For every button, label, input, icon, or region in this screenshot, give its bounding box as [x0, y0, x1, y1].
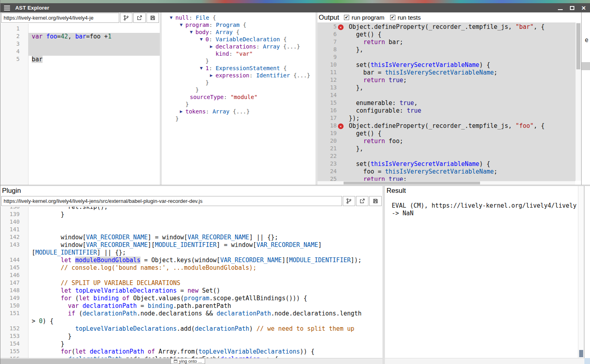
- line-number: 148: [0, 287, 20, 295]
- code-line: 10 set(thisIsVererySecretVariableName) {: [317, 61, 575, 69]
- line-number: 8: [317, 46, 337, 54]
- ast-node[interactable]: kind: "var": [162, 50, 315, 57]
- code-token: :: [256, 43, 263, 50]
- ast-node[interactable]: }: [162, 57, 315, 65]
- chevron-right-icon[interactable]: ▶: [210, 44, 216, 49]
- save-button[interactable]: [146, 13, 159, 23]
- code-token: sourceType: [190, 94, 224, 100]
- scrollbar-thumb[interactable]: [344, 182, 480, 184]
- code-token: let: [75, 348, 86, 355]
- ast-node[interactable]: ▼1: ExpressionStatement {: [162, 65, 315, 72]
- source-editor[interactable]: 12var foo=42, bar=foo +1345bar: [0, 24, 160, 185]
- code-token: window[: [32, 241, 86, 249]
- error-icon[interactable]: ✕: [338, 123, 344, 129]
- code-token: .node.declarations &&: [137, 310, 217, 317]
- ast-node[interactable]: }: [162, 79, 315, 86]
- code-token: [32, 348, 61, 355]
- code-token: MODULE_IDENTIFIER: [289, 257, 351, 264]
- output-horizontal-scrollbar[interactable]: [317, 181, 575, 185]
- ast-tree[interactable]: ▼null: File {▼program: Program {▼body: A…: [162, 12, 315, 185]
- run-tests-checkbox[interactable]: ✔: [390, 15, 395, 20]
- ast-node[interactable]: ▶declarations: Array {...}: [162, 43, 315, 50]
- code-line: 23 set(thisIsVererySecretVariableName) {: [317, 160, 575, 168]
- code-token: "foo": [515, 122, 533, 129]
- close-button[interactable]: ✕: [579, 4, 588, 12]
- minimize-button[interactable]: [555, 4, 565, 12]
- version-button[interactable]: [343, 196, 355, 206]
- ast-node[interactable]: ▶expression: Identifier {...}: [162, 72, 315, 79]
- code-token: VariableDeclaration: [216, 36, 280, 42]
- code-line: 21 },: [317, 145, 575, 153]
- scrollbar-thumb[interactable]: [576, 23, 580, 69]
- line-number: 10: [317, 61, 337, 69]
- error-icon[interactable]: ✕: [338, 24, 344, 30]
- code-token: VAR_RECORDER_NAME: [86, 241, 148, 249]
- ast-node[interactable]: ▼body: Array {: [162, 28, 315, 36]
- ast-node[interactable]: }: [162, 101, 315, 108]
- line-number: 146: [0, 272, 20, 279]
- result-vertical-scrollbar[interactable]: [578, 186, 584, 358]
- output-vertical-scrollbar[interactable]: [575, 22, 581, 181]
- run-program-checkbox[interactable]: ✔: [344, 15, 349, 20]
- code-token: [86, 348, 90, 355]
- line-number: 18: [317, 122, 337, 130]
- code-token: binding: [94, 295, 119, 302]
- plugin-editor[interactable]: 138 ret.skip();139 }140141142 window[VAR…: [0, 207, 382, 358]
- badge-slot: ✕: [337, 23, 345, 31]
- ast-node[interactable]: }: [162, 86, 315, 93]
- code-line: 22: [317, 153, 575, 160]
- maximize-button[interactable]: [567, 4, 577, 12]
- ast-node[interactable]: ▼null: File {: [162, 14, 315, 21]
- plugin-url-input[interactable]: [1, 196, 342, 206]
- line-number: [0, 317, 20, 325]
- chevron-down-icon[interactable]: ▼: [180, 23, 185, 27]
- chevron-right-icon[interactable]: ▶: [210, 73, 216, 77]
- ast-node[interactable]: ▼program: Program {: [162, 21, 315, 28]
- code-line: 146: [0, 272, 382, 279]
- result-pane: Result EVAL (CM), https://lively-kernel.…: [385, 186, 584, 358]
- scrollbar-thumb[interactable]: [579, 350, 583, 357]
- ast-node[interactable]: }: [162, 115, 315, 122]
- code-token: enumerable:: [349, 99, 399, 107]
- code-token: return: [363, 138, 385, 145]
- ast-node[interactable]: ▶tokens: Array {...}: [162, 108, 315, 115]
- code-token: [: [32, 249, 35, 256]
- chevron-right-icon[interactable]: ▶: [180, 109, 185, 113]
- code-line: 4: [0, 48, 160, 56]
- source-url-input[interactable]: [1, 13, 119, 23]
- code-line: 142 window[VAR_RECORDER_NAME] = window[V…: [0, 234, 382, 241]
- line-number: 7: [317, 38, 337, 46]
- hamburger-menu-icon[interactable]: [4, 6, 10, 10]
- code-token: get() {: [349, 31, 381, 38]
- chevron-down-icon[interactable]: ▼: [190, 30, 195, 34]
- chevron-down-icon[interactable]: ▼: [200, 66, 205, 70]
- code-token: expression: [216, 72, 249, 79]
- code-token: bar =: [349, 69, 385, 76]
- line-number: 24: [317, 168, 337, 176]
- code-token: ]);: [351, 257, 362, 264]
- code-token: = Object.keys(window[: [140, 257, 220, 264]
- code-token: topLevelVariableDeclarations: [75, 325, 177, 332]
- line-number: 6: [317, 31, 337, 38]
- version-button[interactable]: [120, 13, 132, 23]
- code-token: ][: [282, 257, 289, 264]
- open-external-button[interactable]: [356, 196, 368, 206]
- ast-node[interactable]: sourceType: "module": [162, 93, 315, 101]
- result-content: EVAL (CM), https://lively-kernel.org/liv…: [392, 202, 578, 217]
- code-token: =: [137, 302, 148, 309]
- chevron-down-icon[interactable]: ▼: [200, 37, 205, 41]
- open-external-button[interactable]: [133, 13, 146, 23]
- output-code[interactable]: 5✕Object.defineProperty(_recorder_.tempf…: [317, 22, 575, 185]
- save-button[interactable]: [369, 196, 382, 206]
- code-token: >: [32, 317, 39, 325]
- scrollbar-thumb[interactable]: [0, 359, 176, 364]
- code-token: :: [209, 22, 216, 28]
- code-token: return: [363, 77, 385, 84]
- drag-hint-text: ying onto ...: [179, 359, 202, 364]
- close-icon: ✕: [581, 5, 586, 11]
- ast-node[interactable]: ▼0: VariableDeclaration {: [162, 36, 315, 43]
- code-token: binding: [148, 302, 173, 309]
- code-token: 1: [108, 33, 112, 40]
- code-token: MODULE_IDENTIFIER: [35, 249, 97, 256]
- chevron-down-icon[interactable]: ▼: [170, 16, 175, 20]
